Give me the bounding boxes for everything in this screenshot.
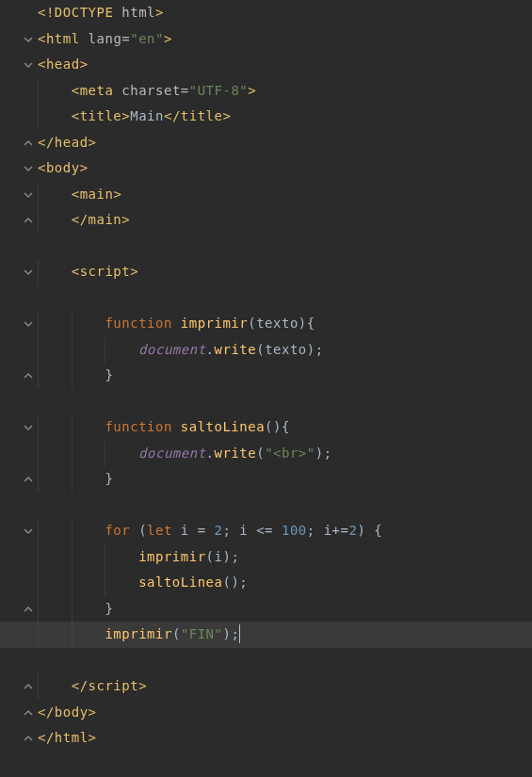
token: > [113,186,121,202]
token: } [105,471,113,486]
token: </ [164,108,181,123]
token: ; [324,445,332,461]
code-line[interactable]: <meta charset="UTF-8"> [38,78,382,105]
token: ( [256,342,265,357]
indent-guide [72,570,73,596]
code-line[interactable]: } [38,596,382,623]
code-line[interactable]: </main> [38,207,382,234]
token: = [121,31,130,46]
code-line[interactable]: document.write(texto); [38,337,382,364]
fold-close-icon[interactable] [24,216,33,225]
fold-open-icon[interactable] [24,35,33,44]
code-line[interactable]: <head> [38,52,382,78]
indent-guide [38,596,39,623]
token: </ [72,678,89,693]
indent-guide [38,544,39,571]
code-line[interactable]: for (let i = 2; i <= 100; i+=2) { [38,518,382,544]
token: html [121,5,155,20]
code-line[interactable]: </script> [38,673,382,700]
token: </ [38,135,55,150]
token: ( [206,549,215,564]
token: charset [121,83,181,98]
token: < [38,57,46,72]
token: ; [239,575,248,590]
token: > [248,83,256,98]
token: Main [130,108,164,123]
token: > [130,264,138,279]
token: i [324,523,332,538]
token: head [55,135,89,150]
token: texto [265,342,307,357]
token: "FIN" [181,626,223,641]
fold-open-icon[interactable] [24,60,33,70]
code-editor[interactable]: <!DOCTYPE html><html lang="en"><head> <m… [0,0,532,777]
code-line[interactable] [38,285,382,312]
indent-guide [72,363,73,389]
code-line[interactable]: imprimir("FIN"); [38,622,382,648]
indent-guide [38,363,39,389]
code-line[interactable]: </body> [38,700,382,726]
fold-close-icon[interactable] [24,605,33,614]
indent-guide [105,441,105,467]
code-line[interactable] [38,648,382,674]
code-line[interactable]: function imprimir(texto){ [38,311,382,337]
token: += [332,523,349,538]
token: > [89,730,97,745]
code-line[interactable] [38,234,382,260]
token: document [138,342,205,357]
token: imprimir [138,549,205,564]
fold-open-icon[interactable] [24,319,33,329]
token: > [89,135,97,150]
token: script [89,678,139,693]
code-line[interactable] [38,389,382,415]
code-line[interactable]: <!DOCTYPE html> [38,0,382,26]
code-line[interactable]: <main> [38,182,382,208]
token: > [80,160,89,175]
token: ; [231,549,239,564]
fold-open-icon[interactable] [24,423,33,432]
code-line[interactable]: </html> [38,725,382,752]
code-line[interactable]: <body> [38,155,382,182]
token: > [121,212,130,227]
code-line[interactable] [38,493,382,519]
token: < [72,186,80,202]
token: function [105,419,180,434]
indent-guide [72,596,73,623]
indent-guide [38,466,39,493]
indent-guide [72,466,73,493]
fold-close-icon[interactable] [24,708,33,718]
fold-close-icon[interactable] [24,682,33,691]
fold-close-icon[interactable] [24,138,33,148]
token: < [38,31,46,46]
code-line[interactable]: <html lang="en"> [38,26,382,53]
token: script [80,264,131,279]
fold-close-icon[interactable] [24,371,33,380]
code-area[interactable]: <!DOCTYPE html><html lang="en"><head> <m… [38,0,382,752]
code-line[interactable]: <title>Main</title> [38,104,382,130]
indent-guide [38,78,39,105]
token: ( [248,316,256,331]
code-line[interactable]: document.write("<br>"); [38,441,382,467]
code-line[interactable]: <script> [38,259,382,285]
code-line[interactable]: } [38,363,382,389]
code-line[interactable]: function saltoLinea(){ [38,414,382,441]
code-line[interactable]: imprimir(i); [38,544,382,571]
fold-close-icon[interactable] [24,734,33,743]
indent-guide [38,441,39,467]
fold-open-icon[interactable] [24,526,33,536]
fold-open-icon[interactable] [24,164,33,173]
token: saltoLinea [138,575,222,590]
token: = [198,523,215,538]
indent-guide [38,673,39,700]
fold-close-icon[interactable] [24,475,33,484]
token: < [38,160,46,175]
token: > [164,31,172,46]
indent-guide [38,414,39,441]
fold-open-icon[interactable] [24,267,33,277]
code-line[interactable]: } [38,466,382,493]
token: html [55,730,89,745]
token: < [72,83,80,98]
fold-open-icon[interactable] [24,190,33,200]
code-line[interactable]: saltoLinea(); [38,570,382,596]
code-line[interactable]: </head> [38,130,382,156]
